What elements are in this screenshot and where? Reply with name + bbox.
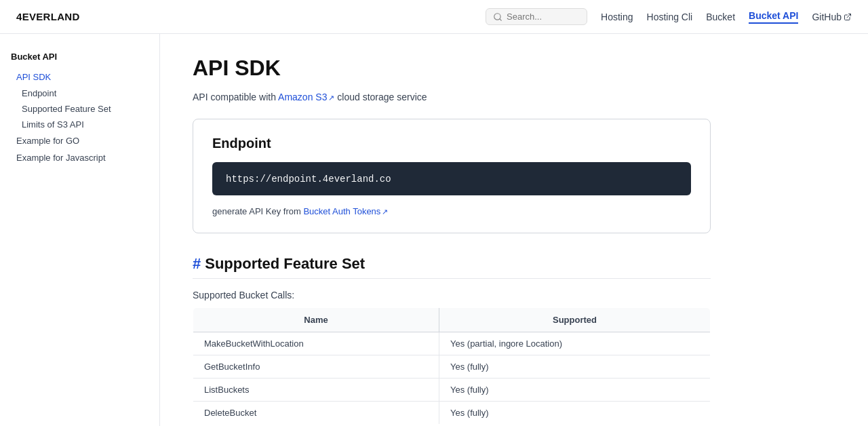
cell-name: GetBucketInfo — [193, 355, 439, 379]
table-row: GetBucketInfoYes (fully) — [193, 355, 711, 379]
sidebar: Bucket API API SDK Endpoint Supported Fe… — [0, 34, 160, 426]
sidebar-item-api-sdk[interactable]: API SDK — [0, 69, 159, 85]
generate-api-text: generate API Key from Bucket Auth Tokens… — [212, 206, 691, 216]
sidebar-section-title: Bucket API — [0, 47, 159, 66]
supported-section-heading: # Supported Feature Set — [193, 255, 711, 279]
site-logo: 4EVERLAND — [16, 11, 80, 22]
nav-bucket[interactable]: Bucket — [706, 12, 735, 22]
search-input[interactable] — [507, 12, 580, 22]
sidebar-item-example-go[interactable]: Example for GO — [0, 132, 159, 149]
page-title: API SDK — [193, 56, 711, 81]
nav-hosting[interactable]: Hosting — [601, 12, 633, 22]
svg-line-2 — [847, 14, 851, 18]
sidebar-item-example-javascript[interactable]: Example for Javascript — [0, 149, 159, 166]
endpoint-code-block: https://endpoint.4everland.co — [212, 162, 691, 195]
amazon-s3-link[interactable]: Amazon S3↗ — [278, 92, 334, 102]
endpoint-card: Endpoint https://endpoint.4everland.co g… — [193, 119, 711, 233]
nav-hosting-cli[interactable]: Hosting Cli — [647, 12, 693, 22]
external-link-icon — [844, 13, 852, 21]
table-row: MakeBucketWithLocationYes (partial, ingo… — [193, 332, 711, 355]
header-right: Hosting Hosting Cli Bucket Bucket API Gi… — [486, 8, 852, 25]
intro-suffix-text: cloud storage service — [334, 92, 427, 102]
supported-section-title: Supported Feature Set — [205, 255, 365, 273]
cell-supported: Yes (partial, ingore Location) — [439, 332, 710, 355]
nav-github[interactable]: GitHub — [812, 12, 852, 22]
cell-supported: Yes (fully) — [439, 355, 710, 379]
bucket-calls-label: Supported Bucket Calls: — [193, 290, 711, 301]
intro-paragraph: API compatible with Amazon S3↗ cloud sto… — [193, 92, 711, 102]
table-row: DeleteBucketYes (fully) — [193, 402, 711, 425]
bucket-auth-tokens-external-icon: ↗ — [382, 208, 388, 216]
search-box[interactable] — [486, 8, 587, 25]
main-content: API SDK API compatible with Amazon S3↗ c… — [160, 34, 743, 426]
site-header: 4EVERLAND Hosting Hosting Cli Bucket Buc… — [0, 0, 868, 34]
sidebar-item-limits-s3-api[interactable]: Limits of S3 API — [0, 117, 159, 132]
table-row: ListBucketsYes (fully) — [193, 379, 711, 402]
page-layout: Bucket API API SDK Endpoint Supported Fe… — [0, 34, 868, 426]
header-nav: Hosting Hosting Cli Bucket Bucket API Gi… — [601, 10, 852, 24]
hash-symbol: # — [193, 255, 201, 273]
cell-supported: Yes (fully) — [439, 402, 710, 425]
table-header-row: Name Supported — [193, 308, 711, 332]
bucket-auth-tokens-link[interactable]: Bucket Auth Tokens↗ — [303, 206, 388, 216]
cell-name: DeleteBucket — [193, 402, 439, 425]
svg-line-1 — [500, 18, 502, 20]
supported-feature-section: # Supported Feature Set Supported Bucket… — [193, 255, 711, 426]
cell-name: ListBuckets — [193, 379, 439, 402]
cell-supported: Yes (fully) — [439, 379, 710, 402]
sidebar-item-endpoint[interactable]: Endpoint — [0, 85, 159, 101]
col-name-header: Name — [193, 308, 439, 332]
endpoint-card-title: Endpoint — [212, 136, 691, 151]
endpoint-url: https://endpoint.4everland.co — [226, 174, 391, 185]
col-supported-header: Supported — [439, 308, 710, 332]
bucket-calls-table: Name Supported MakeBucketWithLocationYes… — [193, 307, 711, 425]
cell-name: MakeBucketWithLocation — [193, 332, 439, 355]
sidebar-item-supported-feature-set[interactable]: Supported Feature Set — [0, 101, 159, 117]
nav-bucket-api[interactable]: Bucket API — [749, 10, 798, 24]
search-icon — [493, 12, 502, 22]
intro-prefix-text: API compatible with — [193, 92, 278, 102]
